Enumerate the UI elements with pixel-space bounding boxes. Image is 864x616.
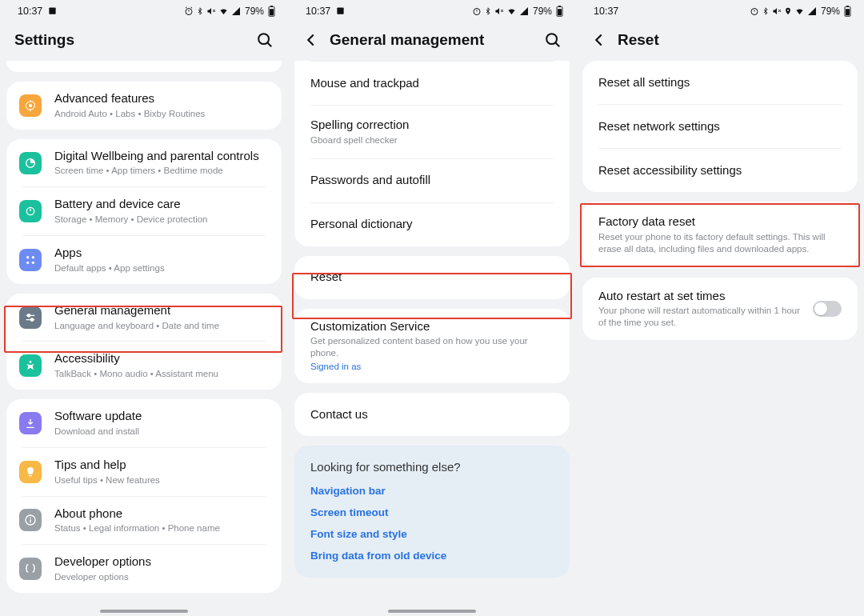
row-sub: Android Auto • Labs • Bixby Routines (54, 108, 269, 120)
svg-rect-44 (846, 6, 849, 6)
looking-for-card: Looking for something else? Navigation b… (294, 446, 570, 578)
settings-row-tips-help[interactable]: Tips and help Useful tips • New features (6, 448, 282, 496)
apps-icon (19, 249, 42, 271)
header: General management (288, 22, 576, 58)
svg-line-4 (190, 7, 192, 8)
row-title: Contact us (310, 407, 554, 422)
row-title: General management (54, 303, 269, 318)
settings-row-software-update[interactable]: Software update Download and install (6, 399, 282, 447)
svg-point-21 (27, 314, 30, 316)
row-title: Software update (54, 409, 269, 424)
bluetooth-icon (196, 6, 204, 16)
nav-indicator[interactable] (100, 610, 188, 613)
svg-line-11 (267, 42, 271, 46)
header: Settings (0, 22, 288, 58)
link-bring-data[interactable]: Bring data from old device (310, 550, 554, 562)
settings-row-advanced-features[interactable]: Advanced features Android Auto • Labs • … (6, 82, 282, 130)
svg-point-12 (29, 104, 32, 107)
svg-point-17 (26, 262, 29, 264)
link-navigation-bar[interactable]: Navigation bar (310, 485, 554, 497)
link-font-size-style[interactable]: Font size and style (310, 528, 554, 540)
back-icon[interactable] (590, 31, 608, 49)
row-title: Reset network settings (598, 119, 842, 134)
bluetooth-icon (762, 6, 770, 16)
settings-row-digital-wellbeing[interactable]: Digital Wellbeing and parental controls … (6, 139, 282, 187)
row-sub: Gboard spell checker (310, 134, 554, 146)
update-icon (19, 412, 42, 434)
back-icon[interactable] (302, 31, 320, 49)
row-link: Signed in as (310, 361, 554, 373)
settings-row-battery-device-care[interactable]: Battery and device care Storage • Memory… (6, 187, 282, 235)
row-title: Auto restart at set times (598, 289, 805, 304)
settings-row-developer-options[interactable]: Developer options Developer options (6, 545, 282, 593)
wifi-icon (218, 6, 229, 16)
settings-row-accessibility[interactable]: Accessibility TalkBack • Mono audio • As… (6, 342, 282, 390)
settings-row-apps[interactable]: Apps Default apps • App settings (6, 236, 282, 284)
nav-indicator[interactable] (388, 610, 476, 613)
row-customization-service[interactable]: Customization Service Get personalized c… (294, 309, 570, 384)
status-battery-text: 79% (245, 6, 264, 17)
link-screen-timeout[interactable]: Screen timeout (310, 506, 554, 518)
page-title: General management (330, 31, 534, 49)
gear-icon (19, 94, 42, 117)
row-mouse-trackpad[interactable]: Mouse and trackpad (294, 62, 570, 105)
status-time: 10:37 (306, 6, 345, 17)
signal-icon (519, 6, 529, 16)
row-title: Customization Service (310, 319, 554, 334)
svg-rect-28 (337, 7, 343, 14)
row-sub: TalkBack • Mono audio • Assistant menu (54, 368, 269, 380)
search-icon[interactable] (544, 31, 562, 49)
alarm-icon (472, 6, 482, 16)
auto-restart-toggle[interactable] (813, 301, 842, 317)
looking-heading: Looking for something else? (310, 460, 554, 474)
row-title: Advanced features (54, 91, 269, 106)
row-reset-all-settings[interactable]: Reset all settings (582, 61, 858, 104)
row-title: Reset (310, 270, 554, 285)
svg-line-37 (555, 42, 559, 46)
svg-rect-27 (30, 520, 30, 523)
mute-icon (494, 6, 504, 16)
status-bar: 10:37 79% (288, 0, 576, 22)
bulb-icon (19, 461, 42, 483)
row-auto-restart[interactable]: Auto restart at set times Your phone wil… (582, 278, 858, 341)
search-icon[interactable] (256, 31, 274, 49)
row-spelling-correction[interactable]: Spelling correction Gboard spell checker (294, 106, 570, 158)
status-time: 10:37 (18, 6, 57, 17)
svg-point-16 (32, 256, 34, 258)
row-title: Passwords and autofill (310, 173, 554, 188)
svg-rect-9 (270, 9, 274, 15)
row-sub: Developer options (54, 571, 269, 583)
row-personal-dictionary[interactable]: Personal dictionary (294, 203, 570, 246)
svg-point-15 (26, 256, 29, 258)
row-reset[interactable]: Reset (294, 256, 570, 299)
settings-row-about-phone[interactable]: About phone Status • Legal information •… (6, 497, 282, 545)
row-reset-accessibility-settings[interactable]: Reset accessibility settings (582, 149, 858, 192)
row-passwords-autofill[interactable]: Passwords and autofill (294, 159, 570, 202)
row-reset-network-settings[interactable]: Reset network settings (582, 105, 858, 148)
row-sub: Default apps • App settings (54, 262, 269, 274)
screen-settings: 10:37 79% Settings Advanced features (0, 0, 288, 616)
row-sub: Language and keyboard • Date and time (54, 320, 269, 332)
battery-icon (268, 6, 275, 17)
info-icon (19, 509, 42, 531)
row-contact-us[interactable]: Contact us (294, 393, 570, 436)
row-title: Personal dictionary (310, 217, 554, 232)
row-factory-data-reset[interactable]: Factory data reset Reset your phone to i… (582, 202, 858, 268)
row-title: Apps (54, 246, 269, 261)
svg-rect-8 (270, 6, 273, 6)
svg-rect-45 (846, 9, 850, 15)
settings-row-general-management[interactable]: General management Language and keyboard… (6, 294, 282, 342)
svg-line-3 (186, 7, 187, 8)
location-icon (784, 6, 792, 16)
status-bar: 10:37 79% (0, 0, 288, 22)
mute-icon (206, 6, 216, 16)
row-sub: Get personalized content based on how yo… (310, 335, 554, 359)
svg-point-42 (787, 10, 789, 11)
wifi-icon (506, 6, 517, 16)
svg-point-23 (30, 361, 32, 363)
row-title: Digital Wellbeing and parental controls (54, 149, 269, 164)
alarm-icon (750, 6, 759, 16)
row-title: About phone (54, 506, 269, 522)
status-battery-text: 79% (533, 6, 552, 17)
svg-point-26 (30, 518, 31, 519)
